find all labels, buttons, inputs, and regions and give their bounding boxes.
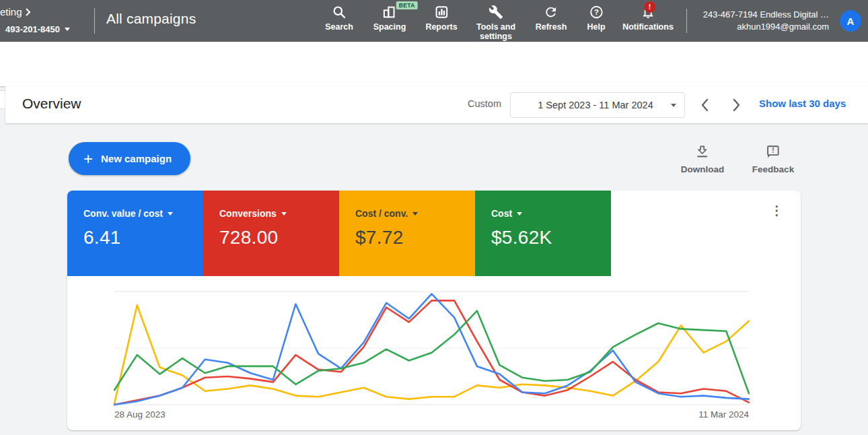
range-type-label: Custom: [468, 98, 501, 109]
x-axis-start-label: 28 Aug 2023: [114, 409, 166, 420]
beta-badge: BETA: [396, 1, 418, 9]
scorecard-label[interactable]: Conv. value / cost: [83, 208, 163, 219]
nav-reports[interactable]: Reports: [425, 4, 457, 32]
scorecard-value: 6.41: [83, 227, 203, 248]
overview-chart-card: Conv. value / cost 6.41 Conversions 728.…: [67, 191, 801, 430]
nav-refresh[interactable]: Refresh: [536, 4, 567, 32]
chart-gridlines: [114, 292, 749, 405]
filter-bar: status: All Ad group status: All Add fil…: [0, 42, 868, 86]
overview-chart: 28 Aug 2023 11 Mar 2024: [67, 278, 801, 430]
section-title: Overview: [22, 96, 81, 112]
reports-icon: [425, 4, 457, 20]
scorecard-label[interactable]: Conversions: [219, 208, 277, 219]
plus-icon: +: [83, 151, 93, 167]
chevron-right-icon: [25, 8, 31, 16]
scorecard-cost[interactable]: Cost $5.62K: [475, 191, 611, 276]
nav-tools-settings[interactable]: Tools and settings: [474, 4, 518, 41]
svg-text:?: ?: [594, 8, 599, 16]
topbar-divider: [94, 8, 95, 34]
google-ads-overview-page: eting 493-201-8450 All campaigns Search …: [0, 0, 868, 435]
nav-spacing[interactable]: BETA Spacing: [373, 4, 406, 32]
svg-text:!: !: [772, 147, 774, 154]
search-icon: [325, 4, 353, 20]
date-range-picker[interactable]: 1 Sept 2023 - 11 Mar 2024: [510, 92, 685, 118]
refresh-icon: [536, 4, 567, 20]
scorecard-value: $5.62K: [491, 227, 611, 248]
chart-line-3: [114, 311, 749, 394]
breadcrumb[interactable]: eting: [0, 6, 31, 18]
scorecard-row: Conv. value / cost 6.41 Conversions 728.…: [67, 191, 611, 276]
chevron-down-icon: [168, 212, 173, 215]
feedback-icon: !: [766, 144, 781, 159]
chevron-down-icon: [517, 212, 522, 215]
notification-alert-badge: !: [644, 1, 655, 13]
next-period-button[interactable]: [728, 97, 744, 113]
chevron-down-icon: [671, 104, 676, 107]
account-name: 243-467-7194 Endless Digital …: [703, 9, 829, 21]
chevron-down-icon: [412, 212, 418, 215]
overview-header: Overview Custom 1 Sept 2023 - 11 Mar 202…: [5, 86, 868, 123]
chevron-down-icon: [65, 28, 70, 31]
download-icon: [695, 144, 710, 159]
help-icon: ?: [587, 4, 605, 20]
top-app-bar: eting 493-201-8450 All campaigns Search …: [0, 0, 868, 42]
avatar[interactable]: A: [840, 10, 861, 32]
nav-search[interactable]: Search: [325, 4, 353, 32]
chevron-down-icon: [281, 212, 287, 215]
breadcrumb-label: eting: [0, 6, 22, 18]
scorecard-label[interactable]: Cost: [491, 208, 512, 219]
account-id-selector[interactable]: 493-201-8450: [5, 24, 70, 34]
new-campaign-button[interactable]: + New campaign: [69, 142, 190, 175]
account-id-label: 493-201-8450: [5, 24, 60, 34]
wrench-icon: [474, 4, 518, 20]
scorecard-label[interactable]: Cost / conv.: [355, 208, 408, 219]
account-info[interactable]: 243-467-7194 Endless Digital … akhun1994…: [703, 9, 829, 33]
scorecard-value: $7.72: [355, 227, 475, 248]
chart-series: [114, 294, 749, 405]
chart-line-0: [114, 294, 749, 405]
topbar-divider: [686, 9, 687, 33]
nav-help[interactable]: ? Help: [587, 4, 605, 32]
scorecard-value: 728.00: [219, 227, 339, 248]
nav-notifications[interactable]: ! Notifications: [622, 4, 674, 32]
scorecard-conversions[interactable]: Conversions 728.00: [203, 191, 339, 276]
card-options-menu-button[interactable]: ⋮: [770, 204, 783, 218]
previous-period-button[interactable]: [697, 97, 713, 113]
scorecard-cost-per-conv[interactable]: Cost / conv. $7.72: [339, 191, 475, 276]
account-email: akhun1994@gmail.com: [703, 21, 829, 33]
show-last-30-days-link[interactable]: Show last 30 days: [759, 98, 846, 109]
download-button[interactable]: Download: [681, 144, 725, 174]
feedback-button[interactable]: ! Feedback: [752, 144, 794, 174]
scorecard-conv-value-cost[interactable]: Conv. value / cost 6.41: [67, 191, 203, 276]
page-title: All campaigns: [106, 11, 196, 27]
x-axis-end-label: 11 Mar 2024: [698, 409, 749, 420]
